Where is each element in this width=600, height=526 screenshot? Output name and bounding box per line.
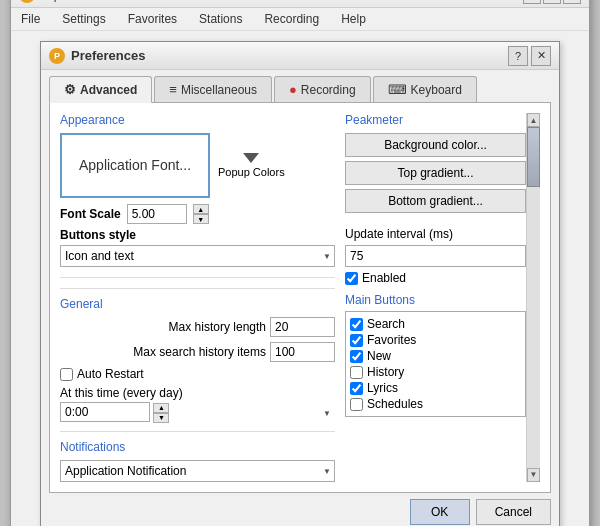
menu-recording[interactable]: Recording	[258, 10, 325, 28]
notifications-select-wrapper: Application Notification System Notifica…	[60, 460, 335, 482]
time-up[interactable]: ▲	[153, 403, 169, 413]
font-scale-down[interactable]: ▼	[193, 214, 209, 224]
new-checkbox[interactable]	[350, 350, 363, 363]
font-scale-up[interactable]: ▲	[193, 204, 209, 214]
left-panel: Appearance Application Font... Popup Col…	[60, 113, 335, 482]
right-panel-container: Peakmeter Background color... Top gradie…	[345, 113, 540, 482]
new-label: New	[367, 349, 391, 363]
list-item: Lyrics	[350, 380, 521, 396]
tab-keyboard[interactable]: ⌨ Keyboard	[373, 76, 477, 102]
notifications-section: Notifications Application Notification S…	[60, 431, 335, 482]
tab-keyboard-label: Keyboard	[411, 83, 462, 97]
popup-arrow-icon	[243, 153, 259, 163]
bottom-gradient-button[interactable]: Bottom gradient...	[345, 189, 526, 213]
preferences-dialog: P Preferences ? ✕ ⚙ Advanced ≡ Miscellan…	[40, 41, 560, 526]
dialog-help-button[interactable]: ?	[508, 46, 528, 66]
update-interval-label: Update interval (ms)	[345, 227, 526, 241]
tab-recording[interactable]: ● Recording	[274, 76, 371, 102]
main-window: R TapinRadio v2.14.4 x64 ─ □ ✕ File Sett…	[10, 0, 590, 526]
max-search-input[interactable]	[270, 342, 335, 362]
font-scale-label: Font Scale	[60, 207, 121, 221]
menu-file[interactable]: File	[15, 10, 46, 28]
menu-bar: File Settings Favorites Stations Recordi…	[11, 8, 589, 31]
list-item: New	[350, 348, 521, 364]
lyrics-label: Lyrics	[367, 381, 398, 395]
notifications-title: Notifications	[60, 440, 335, 454]
popup-colors-button[interactable]: Popup Colors	[218, 153, 285, 178]
main-buttons-title: Main Buttons	[345, 293, 526, 307]
tab-advanced[interactable]: ⚙ Advanced	[49, 76, 152, 103]
auto-restart-row: Auto Restart	[60, 367, 335, 381]
dialog-title-bar: P Preferences ? ✕	[41, 42, 559, 70]
general-title: General	[60, 297, 335, 311]
tab-miscellaneous-label: Miscellaneous	[181, 83, 257, 97]
miscellaneous-icon: ≡	[169, 82, 177, 97]
enabled-checkbox[interactable]	[345, 272, 358, 285]
update-interval-section: Update interval (ms) Enabled	[345, 227, 526, 285]
tab-recording-label: Recording	[301, 83, 356, 97]
dialog-icon: P	[49, 48, 65, 64]
menu-help[interactable]: Help	[335, 10, 372, 28]
general-section: General Max history length Max search hi…	[60, 288, 335, 423]
bg-color-button[interactable]: Background color...	[345, 133, 526, 157]
buttons-style-select-wrapper: Icon and text Icon only Text only	[60, 245, 335, 267]
peakmeter-title: Peakmeter	[345, 113, 526, 127]
update-interval-input[interactable]	[345, 245, 526, 267]
max-history-input[interactable]	[270, 317, 335, 337]
app-icon: R	[19, 0, 35, 3]
menu-stations[interactable]: Stations	[193, 10, 248, 28]
dialog-title-label: Preferences	[71, 48, 145, 63]
font-scale-spinner: ▲ ▼	[193, 204, 209, 224]
ok-button[interactable]: OK	[410, 499, 470, 525]
tab-advanced-label: Advanced	[80, 83, 137, 97]
tab-miscellaneous[interactable]: ≡ Miscellaneous	[154, 76, 272, 102]
notifications-select[interactable]: Application Notification System Notifica…	[60, 460, 335, 482]
title-bar-left: R TapinRadio v2.14.4 x64	[19, 0, 166, 3]
list-item: History	[350, 364, 521, 380]
appearance-row: Application Font... Popup Colors	[60, 133, 335, 198]
right-panel: Peakmeter Background color... Top gradie…	[345, 113, 526, 482]
list-item: Search	[350, 316, 521, 332]
auto-restart-checkbox[interactable]	[60, 368, 73, 381]
search-label: Search	[367, 317, 405, 331]
font-scale-input[interactable]	[127, 204, 187, 224]
tab-bar: ⚙ Advanced ≡ Miscellaneous ● Recording ⌨…	[41, 70, 559, 102]
at-time-label: At this time (every day)	[60, 386, 335, 400]
title-bar: R TapinRadio v2.14.4 x64 ─ □ ✕	[11, 0, 589, 8]
dialog-close-button[interactable]: ✕	[531, 46, 551, 66]
title-bar-controls: ─ □ ✕	[523, 0, 581, 4]
scroll-thumb[interactable]	[527, 127, 540, 187]
main-buttons-section: Main Buttons Search Favorites	[345, 293, 526, 417]
search-checkbox[interactable]	[350, 318, 363, 331]
recording-icon: ●	[289, 82, 297, 97]
favorites-checkbox[interactable]	[350, 334, 363, 347]
menu-favorites[interactable]: Favorites	[122, 10, 183, 28]
scroll-up-button[interactable]: ▲	[527, 113, 540, 127]
close-window-button[interactable]: ✕	[563, 0, 581, 4]
cancel-button[interactable]: Cancel	[476, 499, 551, 525]
history-checkbox[interactable]	[350, 366, 363, 379]
font-scale-row: Font Scale ▲ ▼	[60, 204, 335, 224]
maximize-button[interactable]: □	[543, 0, 561, 4]
list-item: Favorites	[350, 332, 521, 348]
time-input[interactable]	[60, 402, 150, 422]
appearance-title: Appearance	[60, 113, 335, 127]
main-content: Appearance Application Font... Popup Col…	[50, 103, 550, 492]
menu-settings[interactable]: Settings	[56, 10, 111, 28]
font-preview-button[interactable]: Application Font...	[60, 133, 210, 198]
time-down[interactable]: ▼	[153, 413, 169, 423]
buttons-style-select[interactable]: Icon and text Icon only Text only	[60, 245, 335, 267]
scroll-down-button[interactable]: ▼	[527, 468, 540, 482]
lyrics-checkbox[interactable]	[350, 382, 363, 395]
minimize-button[interactable]: ─	[523, 0, 541, 4]
schedules-checkbox[interactable]	[350, 398, 363, 411]
scrollbar[interactable]: ▲ ▼	[526, 113, 540, 482]
top-gradient-button[interactable]: Top gradient...	[345, 161, 526, 185]
auto-restart-label: Auto Restart	[77, 367, 144, 381]
enabled-label: Enabled	[362, 271, 406, 285]
favorites-label: Favorites	[367, 333, 416, 347]
enabled-row: Enabled	[345, 271, 526, 285]
advanced-icon: ⚙	[64, 82, 76, 97]
scroll-track[interactable]	[527, 127, 540, 468]
schedules-label: Schedules	[367, 397, 423, 411]
